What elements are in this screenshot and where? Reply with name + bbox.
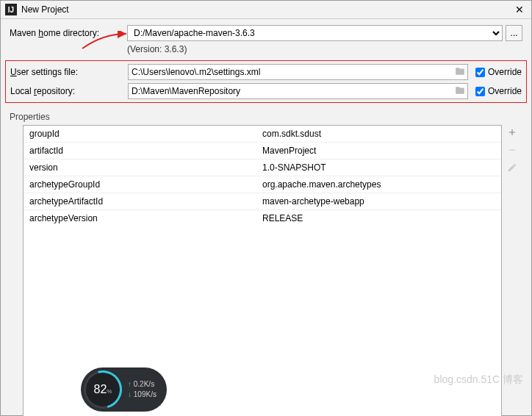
table-row[interactable]: archetypeVersionRELEASE bbox=[24, 210, 501, 226]
table-row[interactable]: version1.0-SNAPSHOT bbox=[24, 159, 501, 176]
close-icon[interactable]: ✕ bbox=[512, 4, 527, 15]
speed-gauge-icon: 82% bbox=[84, 370, 122, 409]
property-value: RELEASE bbox=[262, 213, 495, 223]
property-key: archetypeArtifactId bbox=[29, 196, 262, 207]
property-value: maven-archetype-webapp bbox=[262, 196, 495, 207]
folder-icon[interactable] bbox=[455, 85, 465, 98]
property-key: archetypeGroupId bbox=[29, 179, 262, 190]
edit-property-button[interactable] bbox=[505, 160, 520, 175]
maven-home-row: Maven home directory: D:/Maven/apache-ma… bbox=[10, 25, 522, 41]
override-user-checkbox[interactable] bbox=[475, 68, 485, 77]
property-value: com.sdkt.sdust bbox=[262, 129, 495, 139]
property-value: MavenProject bbox=[262, 146, 495, 156]
arrow-down-icon: ↓ bbox=[128, 390, 132, 398]
network-speed-widget: 82% ↑ 0.2K/s ↓ 109K/s bbox=[81, 367, 167, 412]
maven-home-select[interactable]: D:/Maven/apache-maven-3.6.3 bbox=[127, 25, 503, 41]
property-key: groupId bbox=[29, 129, 262, 139]
remove-property-button[interactable] bbox=[505, 143, 520, 157]
table-row[interactable]: archetypeArtifactIdmaven-archetype-webap… bbox=[24, 193, 501, 210]
table-row[interactable]: archetypeGroupIdorg.apache.maven.archety… bbox=[24, 176, 501, 193]
local-repo-input[interactable] bbox=[128, 83, 468, 99]
add-property-button[interactable] bbox=[505, 125, 520, 140]
property-key: archetypeVersion bbox=[29, 213, 262, 223]
download-speed: 109K/s bbox=[134, 390, 157, 398]
arrow-up-icon: ↑ bbox=[128, 380, 132, 388]
property-key: version bbox=[29, 162, 262, 173]
upload-speed: 0.2K/s bbox=[134, 380, 154, 388]
dialog-window: IJ New Project ✕ Maven home directory: D… bbox=[0, 0, 532, 416]
property-value: 1.0-SNAPSHOT bbox=[262, 162, 495, 173]
folder-icon[interactable] bbox=[455, 66, 465, 79]
local-repo-label: Local repository: bbox=[10, 86, 128, 96]
properties-area: groupIdcom.sdkt.sdustartifactIdMavenProj… bbox=[10, 125, 522, 416]
maven-version-text: (Version: 3.6.3) bbox=[127, 44, 522, 54]
table-row[interactable]: groupIdcom.sdkt.sdust bbox=[24, 126, 501, 143]
property-value: org.apache.maven.archetypes bbox=[262, 179, 495, 190]
override-user-settings[interactable]: Override bbox=[475, 67, 522, 77]
override-repo-checkbox[interactable] bbox=[475, 87, 485, 96]
app-icon: IJ bbox=[5, 4, 17, 15]
user-settings-label: User settings file: bbox=[10, 67, 128, 77]
local-repo-row: Local repository: Override bbox=[10, 83, 522, 99]
property-key: artifactId bbox=[29, 146, 262, 156]
override-local-repo[interactable]: Override bbox=[475, 86, 522, 96]
titlebar: IJ New Project ✕ bbox=[1, 1, 531, 19]
table-row[interactable]: artifactIdMavenProject bbox=[24, 143, 501, 159]
user-settings-row: User settings file: Override bbox=[10, 64, 522, 80]
maven-home-label: Maven home directory: bbox=[10, 28, 127, 38]
properties-header: Properties bbox=[10, 112, 522, 122]
dialog-content: Maven home directory: D:/Maven/apache-ma… bbox=[1, 19, 531, 416]
window-title: New Project bbox=[21, 4, 512, 15]
maven-home-browse-button[interactable]: ... bbox=[506, 25, 522, 41]
highlighted-settings-block: User settings file: Override Local repos… bbox=[5, 60, 527, 103]
user-settings-input[interactable] bbox=[128, 64, 468, 80]
